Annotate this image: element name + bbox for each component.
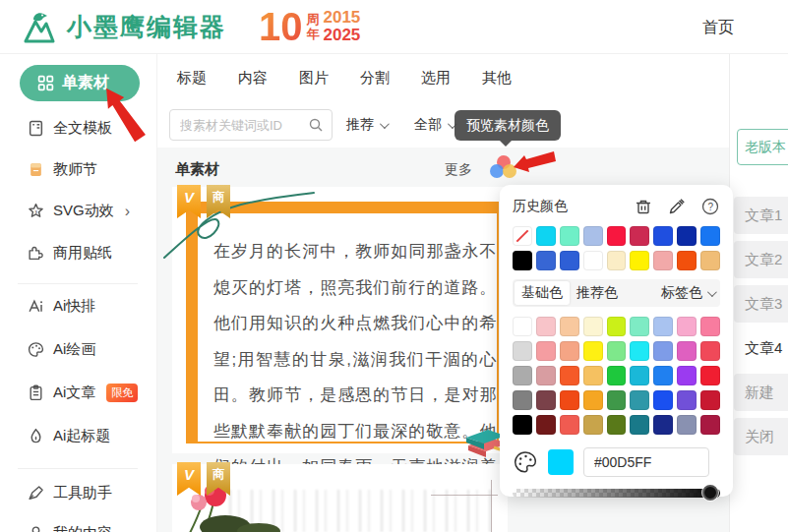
tab-content[interactable]: 内容 — [238, 69, 268, 88]
search-input[interactable] — [180, 118, 308, 133]
sidebar-item-ai-headline[interactable]: Ai起标题 — [28, 427, 110, 445]
color-swatch[interactable] — [583, 226, 603, 246]
tab-selected[interactable]: 选用 — [421, 69, 451, 88]
color-swatch[interactable] — [536, 226, 556, 246]
color-swatch[interactable] — [677, 226, 697, 246]
color-swatch[interactable] — [607, 251, 627, 270]
sidebar-item-ai-painting[interactable]: Ai绘画 — [28, 340, 95, 359]
color-swatch[interactable] — [560, 251, 579, 270]
color-swatch[interactable] — [513, 415, 532, 435]
color-swatch[interactable] — [583, 415, 603, 435]
tab-new-article[interactable]: 新建 — [734, 374, 788, 411]
tab-label-colors[interactable]: 标签色 — [661, 284, 718, 302]
color-swatch[interactable] — [700, 341, 720, 361]
sidebar-item-tool-helper[interactable]: 工具助手 — [28, 484, 112, 502]
color-wheel-icon[interactable] — [513, 449, 538, 475]
color-swatch[interactable] — [560, 390, 579, 410]
color-swatch[interactable] — [653, 341, 673, 361]
color-swatch[interactable] — [536, 390, 556, 410]
color-swatch[interactable] — [630, 341, 649, 361]
color-swatch[interactable] — [560, 415, 579, 435]
color-swatch[interactable] — [513, 317, 532, 336]
material-card-flowers[interactable]: V 商 — [172, 464, 508, 532]
color-swatch[interactable] — [583, 341, 603, 361]
color-swatch[interactable] — [700, 390, 720, 410]
search-icon[interactable] — [308, 117, 324, 133]
tab-basic-colors[interactable]: 基础色 — [515, 281, 570, 305]
color-swatch[interactable] — [653, 226, 673, 246]
color-swatch[interactable] — [513, 390, 532, 410]
color-swatch[interactable] — [607, 390, 627, 410]
color-swatch[interactable] — [630, 366, 649, 385]
tab-divider[interactable]: 分割 — [360, 69, 390, 88]
color-swatch[interactable] — [607, 226, 627, 246]
color-swatch[interactable] — [700, 226, 720, 246]
tab-article-3[interactable]: 文章3 — [734, 285, 788, 323]
color-swatch[interactable] — [653, 317, 673, 336]
material-card-text[interactable]: V 商 在岁月的长河中，教师如同那盏永不熄灭的灯塔，照亮我们前行的道路。他们用知… — [172, 187, 508, 453]
sort-dropdown[interactable]: 推荐 — [346, 116, 387, 134]
tab-close[interactable]: 关闭 — [734, 418, 788, 455]
color-swatch[interactable] — [677, 251, 697, 270]
color-swatch[interactable] — [560, 341, 579, 361]
shade-slider[interactable] — [513, 489, 720, 498]
color-swatch[interactable] — [677, 415, 697, 435]
color-swatch[interactable] — [700, 317, 720, 336]
color-swatch[interactable] — [536, 341, 556, 361]
color-swatch[interactable] — [607, 317, 627, 336]
color-swatch[interactable] — [560, 226, 579, 246]
sidebar-item-stickers[interactable]: 商用贴纸 — [28, 244, 112, 263]
tab-title[interactable]: 标题 — [177, 69, 207, 88]
slider-handle[interactable] — [702, 485, 718, 501]
color-swatch[interactable] — [560, 366, 579, 385]
home-link[interactable]: 首页 — [702, 18, 734, 38]
sidebar-item-ai-layout[interactable]: Ai快排 — [28, 297, 95, 316]
color-swatch[interactable] — [677, 366, 697, 385]
color-swatch[interactable] — [607, 366, 627, 385]
color-swatch[interactable] — [536, 415, 556, 435]
help-icon[interactable]: ? — [700, 197, 720, 216]
color-swatch[interactable] — [607, 341, 627, 361]
color-swatch[interactable] — [583, 251, 603, 270]
color-swatch[interactable] — [536, 251, 556, 270]
scope-dropdown[interactable]: 全部 — [414, 116, 455, 134]
more-link[interactable]: 更多 — [445, 161, 472, 179]
color-swatch[interactable] — [653, 390, 673, 410]
color-swatch[interactable] — [700, 251, 720, 270]
color-swatch[interactable] — [677, 390, 697, 410]
color-swatch[interactable] — [653, 415, 673, 435]
tab-article-1[interactable]: 文章1 — [734, 197, 788, 234]
no-color-swatch[interactable] — [513, 226, 532, 246]
color-swatch[interactable] — [653, 366, 673, 385]
sidebar-item-my-content[interactable]: 我的内容 — [28, 524, 112, 532]
current-color-swatch[interactable] — [548, 449, 574, 475]
color-swatch[interactable] — [630, 415, 649, 435]
color-swatch[interactable] — [583, 390, 603, 410]
color-swatch[interactable] — [513, 366, 532, 385]
trash-icon[interactable] — [634, 197, 653, 216]
old-version-button[interactable]: 老版本 — [737, 129, 788, 165]
hex-color-input[interactable] — [583, 447, 709, 477]
color-swatch[interactable] — [583, 366, 603, 385]
tab-article-4[interactable]: 文章4 — [734, 329, 788, 367]
color-swatch[interactable] — [513, 341, 532, 361]
color-swatch[interactable] — [536, 317, 556, 336]
color-swatch[interactable] — [513, 251, 532, 270]
tab-image[interactable]: 图片 — [299, 69, 329, 88]
color-swatch[interactable] — [653, 251, 673, 270]
color-swatch[interactable] — [677, 341, 697, 361]
eyedropper-icon[interactable] — [667, 197, 687, 216]
sidebar-item-teachers-day[interactable]: 教师节 — [28, 160, 97, 179]
color-swatch[interactable] — [630, 251, 649, 270]
tab-other[interactable]: 其他 — [482, 69, 512, 88]
tab-recommended-colors[interactable]: 推荐色 — [570, 281, 625, 305]
sidebar-item-svg-effects[interactable]: s SVG动效 › — [28, 202, 130, 220]
color-swatch[interactable] — [700, 366, 720, 385]
app-logo[interactable]: 小墨鹰编辑器 — [20, 10, 226, 43]
color-swatch[interactable] — [630, 390, 649, 410]
sidebar-item-ai-article[interactable]: Ai文章 限免 — [28, 384, 138, 402]
color-swatch[interactable] — [700, 415, 720, 435]
tab-article-2[interactable]: 文章2 — [734, 241, 788, 278]
color-swatch[interactable] — [677, 317, 697, 336]
color-swatch[interactable] — [607, 415, 627, 435]
